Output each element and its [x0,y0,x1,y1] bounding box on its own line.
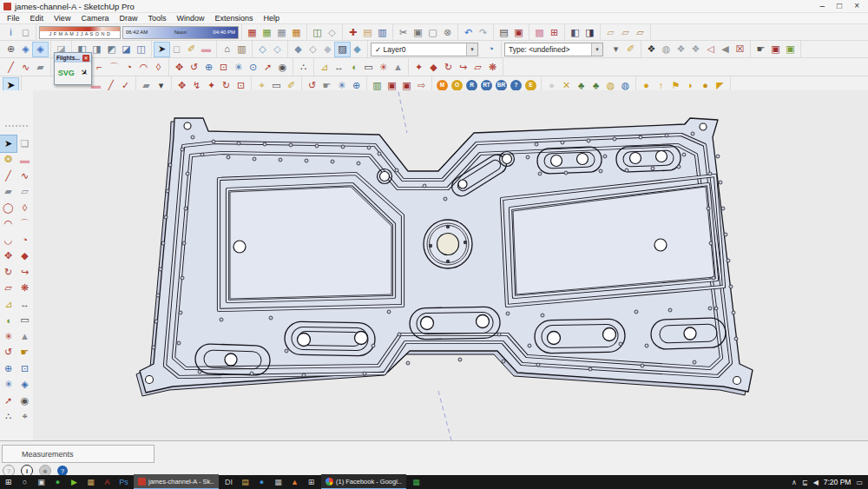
followme-red[interactable]: ↪ [456,60,470,74]
dimension-tool[interactable]: ↔ [332,60,346,74]
drawing-canvas[interactable] [33,90,868,441]
text-tool[interactable]: ▭ [361,60,376,74]
svg-export-button[interactable]: SVG [58,69,75,77]
home-view[interactable]: ⌂ [220,43,234,56]
copy[interactable]: ▣ [411,25,425,39]
tape-measure-row3[interactable]: ⊿ [317,60,332,74]
volume-icon[interactable]: ◀ [813,479,819,486]
instructor[interactable]: ◻ [18,25,33,39]
orbit-tool[interactable]: ↺ [0,345,16,361]
axes-tool[interactable]: ✳ [376,60,391,74]
store-icon[interactable]: ⊞ [303,475,319,489]
erase-selection[interactable]: ⊗ [440,25,455,39]
eraser-tool[interactable]: ▬ [16,152,33,169]
photo-delete[interactable]: ☒ [733,43,747,56]
rotated-rect-tool[interactable]: ▱ [16,184,33,201]
arc-2pt[interactable]: ⌒ [107,60,122,74]
model-info[interactable]: i [3,25,18,39]
maximize-button[interactable]: □ [837,2,842,10]
polygon-side[interactable]: ◊ [16,200,33,216]
zoom-extents-row3[interactable]: ✳ [231,60,246,74]
excel-icon[interactable]: ▦ [408,475,424,489]
start-icon[interactable]: ⊞ [0,475,16,489]
undo[interactable]: ↶ [461,25,476,39]
open[interactable]: ▤ [360,25,375,39]
photo-new[interactable]: ◁ [703,43,718,56]
badge-e[interactable]: E [525,80,536,91]
look-around-row3[interactable]: ◉ [275,60,290,74]
freehand-tool[interactable]: ∿ [18,60,33,74]
badge-r[interactable]: R [466,80,477,91]
arc-open[interactable]: ⌐ [92,60,107,74]
face-xray[interactable]: ▨ [335,43,350,56]
section-plane[interactable]: ◇ [325,25,339,39]
photo-match-b[interactable]: ❖ [688,43,703,56]
view-front[interactable]: ◩ [104,43,119,56]
paint-bucket[interactable]: ✐ [184,43,199,56]
cut[interactable]: ✂ [396,25,411,39]
menu-window[interactable]: Window [171,13,209,23]
measurements-box[interactable]: Measurements [2,445,155,463]
menu-file[interactable]: File [2,13,25,23]
zoom-extents-tool[interactable]: ✳ [0,377,16,393]
sandbox-tool[interactable]: ▲ [391,60,405,74]
protractor-tool[interactable]: ◖ [0,313,16,329]
close-button[interactable]: × [854,2,859,10]
shadow-toggle[interactable]: ▦ [260,25,274,39]
acrobat-icon[interactable]: A [99,475,115,489]
next-view[interactable]: ◈ [33,43,48,56]
menu-edit[interactable]: Edit [25,13,49,23]
rotate-tool[interactable]: ↻ [0,264,16,281]
pie-tool[interactable]: ◔ [122,60,136,74]
type-combo[interactable]: Type: <undefined>▾ [504,43,603,56]
tape-measure-tool[interactable]: ⊿ [0,296,16,313]
face-hiddenline[interactable]: ◇ [270,43,285,56]
layers-combo-arrow-icon[interactable]: ▾ [466,43,477,56]
mini-dropdown[interactable]: ▾ [608,43,623,56]
badge-rt[interactable]: RT [481,80,492,91]
move-row3[interactable]: ✥ [172,60,187,74]
menu-tools[interactable]: Tools [142,13,171,23]
arc-tool[interactable]: ◠ [0,216,16,233]
pushpull-tool[interactable]: ◆ [16,248,33,265]
photo-match-a[interactable]: ❖ [674,43,688,56]
task-view-icon[interactable]: ▣ [33,475,49,489]
select-tool[interactable]: ➤ [0,135,16,152]
look-target[interactable]: ⊕ [3,43,18,56]
pushpull-red[interactable]: ◆ [426,60,441,74]
photoshop-icon[interactable]: Ps [115,475,132,489]
eraser-row2[interactable]: ▬ [199,43,214,56]
walk-row3[interactable]: ∴ [296,60,311,74]
face-backedges[interactable]: ◆ [350,43,365,56]
polygon-tool[interactable]: ◊ [151,60,166,74]
position-camera-row3[interactable]: ➚ [260,60,275,74]
print[interactable]: ▤ [496,25,511,39]
whatsapp-icon[interactable]: ● [49,475,66,489]
menu-help[interactable]: Help [258,13,285,23]
zoom-in[interactable]: ⊕ [201,60,216,74]
texture-2[interactable]: ▱ [618,25,633,39]
menu-extensions[interactable]: Extensions [209,13,258,23]
badge-q[interactable]: ? [510,80,522,91]
vlc-icon[interactable]: ▲ [286,475,303,489]
face-wireframe[interactable]: ◇ [255,43,270,56]
move-red[interactable]: ✦ [411,60,426,74]
move-tool[interactable]: ✥ [0,248,16,265]
shadow-ground[interactable]: ▦ [274,25,289,39]
arc2-tool[interactable]: ⌒ [16,216,33,233]
paste[interactable]: ▢ [425,25,440,39]
rotate-red[interactable]: ↻ [441,60,456,74]
protractor-row3[interactable]: ◖ [346,60,361,74]
photos-icon[interactable]: ▦ [82,475,99,489]
twist-row3[interactable]: ↺ [187,60,201,74]
freehand-side[interactable]: ∿ [16,168,33,184]
styles-a[interactable]: ◧ [568,25,582,39]
zoom-tool[interactable]: ⊕ [0,360,16,377]
red-tool-b[interactable]: ▣ [783,43,798,56]
pie-side[interactable]: ◔ [16,232,33,248]
paint-tool[interactable]: ❂ [0,152,16,169]
pan-tool[interactable]: ☛ [16,345,33,361]
taskbar-window-sketchup[interactable]: james-channel-A - Sk... [134,474,219,489]
toolbox[interactable]: ▥ [234,43,249,56]
arc3-tool[interactable]: ◡ [0,232,16,248]
